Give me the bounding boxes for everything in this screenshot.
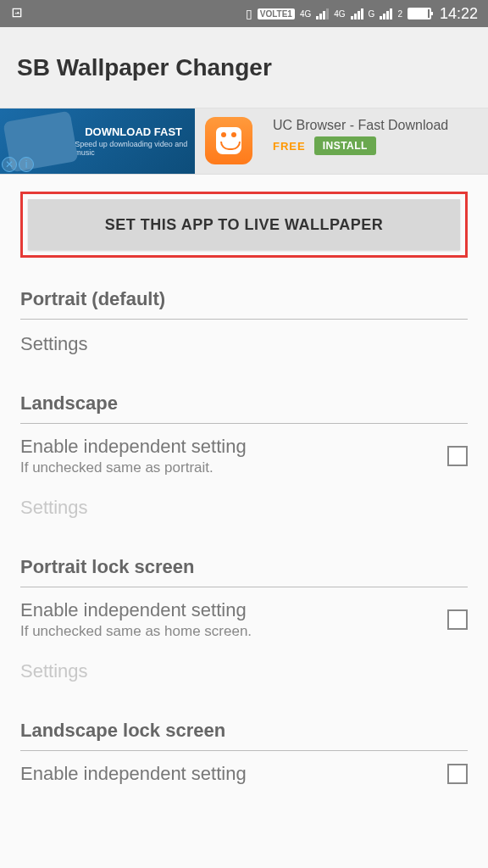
portrait-settings-link[interactable]: Settings (20, 320, 468, 369)
landscape-enable-label: Enable independent setting (20, 436, 447, 458)
portrait-lock-enable-row[interactable]: Enable independent setting If unchecked … (20, 587, 468, 647)
portrait-lock-settings-link: Settings (20, 647, 468, 696)
app-header: SB Wallpaper Changer (0, 27, 488, 108)
ad-price: FREE (273, 140, 306, 153)
section-portrait-title: Portrait (default) (20, 278, 468, 320)
clock: 14:22 (440, 5, 478, 23)
battery-icon (408, 8, 431, 19)
landscape-enable-checkbox[interactable] (447, 446, 468, 466)
ad-creative: DOWNLOAD FAST Speed up downloading video… (0, 108, 195, 174)
content-area: SET THIS APP TO LIVE WALLPAPER Portrait … (0, 192, 488, 792)
status-left (10, 6, 24, 22)
landscape-lock-enable-row[interactable]: Enable independent setting (20, 751, 468, 792)
network-label-3: G (369, 9, 375, 19)
landscape-enable-row[interactable]: Enable independent setting If unchecked … (20, 424, 468, 483)
highlight-annotation: SET THIS APP TO LIVE WALLPAPER (20, 192, 468, 258)
ad-text-block: UC Browser - Fast Download FREE INSTALL (263, 108, 488, 174)
landscape-settings-link: Settings (20, 483, 468, 532)
section-portrait-lock-title: Portrait lock screen (20, 546, 468, 587)
signal-icon-3 (380, 8, 392, 19)
set-live-wallpaper-button[interactable]: SET THIS APP TO LIVE WALLPAPER (28, 199, 460, 250)
network-label-1: 4G (300, 9, 311, 19)
signal-icon-1 (316, 8, 329, 19)
app-title: SB Wallpaper Changer (17, 54, 272, 81)
network-label-2: 4G (334, 9, 345, 19)
ad-image-headline: DOWNLOAD FAST (85, 125, 195, 138)
signal-icon-2 (351, 8, 363, 19)
ad-banner[interactable]: DOWNLOAD FAST Speed up downloading video… (0, 108, 488, 175)
status-bar: ▯ VOLTE1 4G 4G G 2 14:22 (0, 0, 488, 27)
sim-label: 2 (397, 9, 402, 19)
landscape-lock-enable-label: Enable independent setting (20, 763, 447, 785)
portrait-lock-enable-sub: If unchecked same as home screen. (20, 623, 447, 640)
ad-close-icon[interactable]: ✕ (2, 157, 17, 172)
ad-image-subtext: Speed up downloading video and music (75, 140, 195, 157)
landscape-lock-enable-checkbox[interactable] (447, 764, 468, 784)
status-right: ▯ VOLTE1 4G 4G G 2 14:22 (246, 5, 478, 23)
ad-app-icon (205, 117, 252, 164)
ad-install-button[interactable]: INSTALL (314, 136, 376, 155)
volte-badge: VOLTE1 (258, 8, 295, 19)
ad-title: UC Browser - Fast Download (273, 117, 478, 133)
ad-controls: ✕ i (2, 157, 34, 172)
section-landscape-title: Landscape (20, 382, 468, 424)
landscape-enable-sub: If unchecked same as portrait. (20, 459, 447, 476)
vibrate-icon: ▯ (246, 7, 252, 20)
section-landscape-lock-title: Landscape lock screen (20, 709, 468, 751)
portrait-lock-enable-label: Enable independent setting (20, 599, 447, 621)
picture-icon (10, 6, 24, 19)
ad-info-icon[interactable]: i (19, 157, 34, 172)
portrait-lock-enable-checkbox[interactable] (447, 609, 468, 630)
